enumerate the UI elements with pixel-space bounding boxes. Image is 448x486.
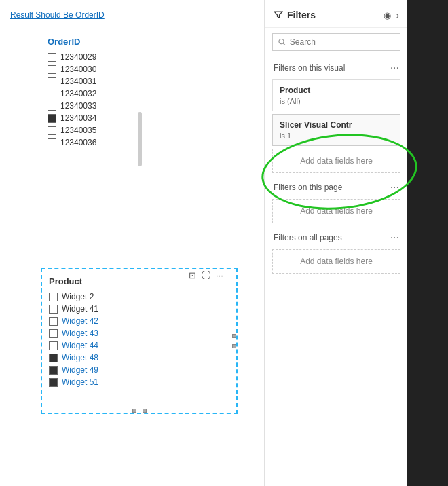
product-item-widget41[interactable]: Widget 41 [49, 304, 229, 314]
checkbox-12340034[interactable] [48, 114, 56, 123]
checkbox-12340032[interactable] [48, 90, 56, 98]
filter-slicer-sub: is 1 [280, 132, 393, 140]
checkbox-widget2[interactable] [49, 293, 58, 301]
product-slicer: Product Widget 2 Widget 41 Widget 42 Wid… [41, 268, 238, 414]
svg-point-0 [279, 39, 284, 43]
filter-card-slicer[interactable]: Slicer Visual Contr is 1 [272, 114, 400, 146]
orderid-item[interactable]: 12340031 [48, 77, 257, 86]
product-item-widget2[interactable]: Widget 2 [49, 292, 229, 301]
filters-title: Filters [274, 10, 316, 20]
slicer-toolbar: ⊡ ⛶ ··· [189, 270, 223, 280]
orderid-title: OrderID [48, 37, 257, 47]
product-item-widget43[interactable]: Widget 43 [49, 329, 229, 338]
orderid-item[interactable]: 12340030 [48, 64, 257, 74]
orderid-item[interactable]: 12340035 [48, 126, 257, 135]
checkbox-widget44[interactable] [49, 341, 58, 350]
filters-on-visual-label: Filters on this visual ··· [265, 56, 407, 77]
product-item-widget51[interactable]: Widget 51 [49, 377, 229, 387]
filters-header-icons: ◉ › [384, 10, 399, 20]
checkbox-widget49[interactable] [49, 366, 58, 375]
checkbox-12340036[interactable] [48, 138, 56, 147]
orderid-item[interactable]: 12340034 [48, 113, 257, 123]
left-panel: Result Should Be OrderID OrderID 1234002… [0, 0, 265, 486]
filters-on-all-label: Filters on all pages ··· [265, 226, 407, 246]
checkbox-widget42[interactable] [49, 317, 58, 326]
checkbox-12340035[interactable] [48, 126, 56, 135]
orderid-item[interactable]: 12340032 [48, 89, 257, 98]
checkbox-widget48[interactable] [49, 354, 58, 362]
filters-on-page-label: Filters on this page ··· [265, 176, 407, 196]
orderid-item[interactable]: 12340033 [48, 101, 257, 111]
orderid-item[interactable]: 12340036 [48, 138, 257, 147]
filters-page-menu[interactable]: ··· [390, 181, 399, 193]
add-data-fields-visual[interactable]: Add data fields here [272, 149, 400, 173]
filter-product-sub: is (All) [280, 97, 393, 105]
product-item-widget44[interactable]: Widget 44 [49, 341, 229, 350]
search-icon [278, 38, 286, 46]
more-options-icon[interactable]: ··· [216, 270, 223, 280]
filter-product-title: Product [280, 86, 393, 95]
filters-header: Filters ◉ › [265, 0, 407, 28]
add-data-fields-all[interactable]: Add data fields here [272, 249, 400, 274]
filter-icon [274, 10, 283, 20]
filter-card-product[interactable]: Product is (All) [272, 79, 400, 111]
expand-icon[interactable]: ⛶ [202, 270, 210, 280]
scrollbar[interactable] [138, 112, 142, 166]
checkbox-12340029[interactable] [48, 53, 56, 62]
chevron-right-icon[interactable]: › [396, 10, 399, 20]
checkbox-widget43[interactable] [49, 329, 58, 338]
checkbox-12340033[interactable] [48, 102, 56, 111]
orderid-item[interactable]: 12340029 [48, 52, 257, 62]
resize-handle-right[interactable] [232, 331, 236, 352]
product-item-widget49[interactable]: Widget 49 [49, 365, 229, 375]
checkbox-widget41[interactable] [49, 305, 58, 314]
result-label: Result Should Be OrderID [7, 7, 257, 23]
product-item-widget48[interactable]: Widget 48 [49, 353, 229, 362]
add-data-fields-page[interactable]: Add data fields here [272, 199, 400, 223]
eye-icon[interactable]: ◉ [384, 10, 391, 20]
search-input[interactable] [290, 37, 394, 47]
orderid-section: OrderID 12340029 12340030 12340031 12340… [48, 37, 257, 147]
checkbox-widget51[interactable] [49, 378, 58, 387]
svg-line-1 [283, 43, 285, 45]
filter-icon[interactable]: ⊡ [189, 270, 196, 280]
filters-visual-menu[interactable]: ··· [390, 62, 399, 74]
resize-handle-bottom[interactable] [129, 409, 149, 413]
checkbox-12340030[interactable] [48, 65, 56, 74]
search-box[interactable] [272, 33, 400, 51]
filter-slicer-title: Slicer Visual Contr [280, 120, 393, 130]
checkbox-12340031[interactable] [48, 77, 56, 86]
filters-panel: Filters ◉ › Filters on this visual ··· P… [265, 0, 407, 486]
far-right-panel [407, 0, 448, 486]
filters-all-menu[interactable]: ··· [390, 231, 399, 244]
product-item-widget42[interactable]: Widget 42 [49, 316, 229, 326]
